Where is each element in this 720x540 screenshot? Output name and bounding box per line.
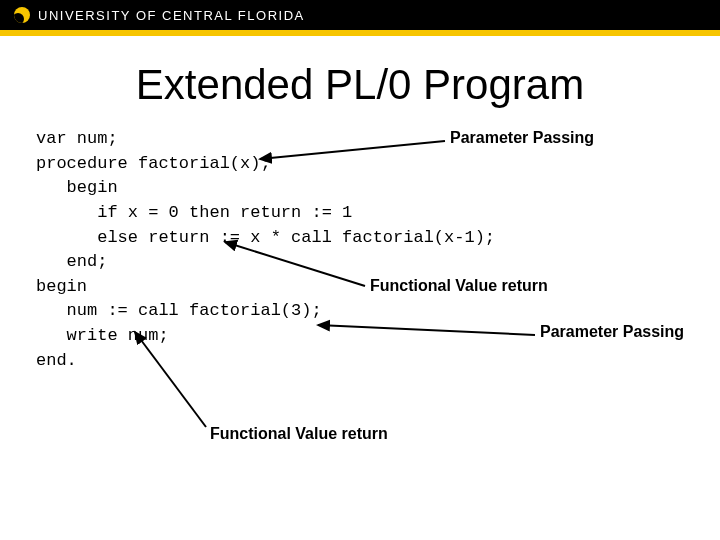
- annotation-functional-value-return-2: Functional Value return: [210, 425, 388, 443]
- code-line: if x = 0 then return := 1: [36, 203, 352, 222]
- annotation-functional-value-return-1: Functional Value return: [370, 277, 548, 295]
- code-line: write num;: [36, 326, 169, 345]
- header-bar: UNIVERSITY OF CENTRAL FLORIDA: [0, 0, 720, 30]
- university-name: UNIVERSITY OF CENTRAL FLORIDA: [38, 8, 305, 23]
- code-line: num := call factorial(3);: [36, 301, 322, 320]
- code-line: else return := x * call factorial(x-1);: [36, 228, 495, 247]
- code-line: procedure factorial(x);: [36, 154, 271, 173]
- code-line: end;: [36, 252, 107, 271]
- annotation-parameter-passing-2: Parameter Passing: [540, 323, 684, 341]
- ucf-logo: [14, 7, 30, 23]
- code-line: var num;: [36, 129, 118, 148]
- slide-content: var num; procedure factorial(x); begin i…: [0, 127, 720, 373]
- page-title: Extended PL/0 Program: [0, 61, 720, 109]
- gold-accent-bar: [0, 30, 720, 36]
- code-line: begin: [36, 277, 87, 296]
- code-line: end.: [36, 351, 77, 370]
- annotation-parameter-passing-1: Parameter Passing: [450, 129, 594, 147]
- code-line: begin: [36, 178, 118, 197]
